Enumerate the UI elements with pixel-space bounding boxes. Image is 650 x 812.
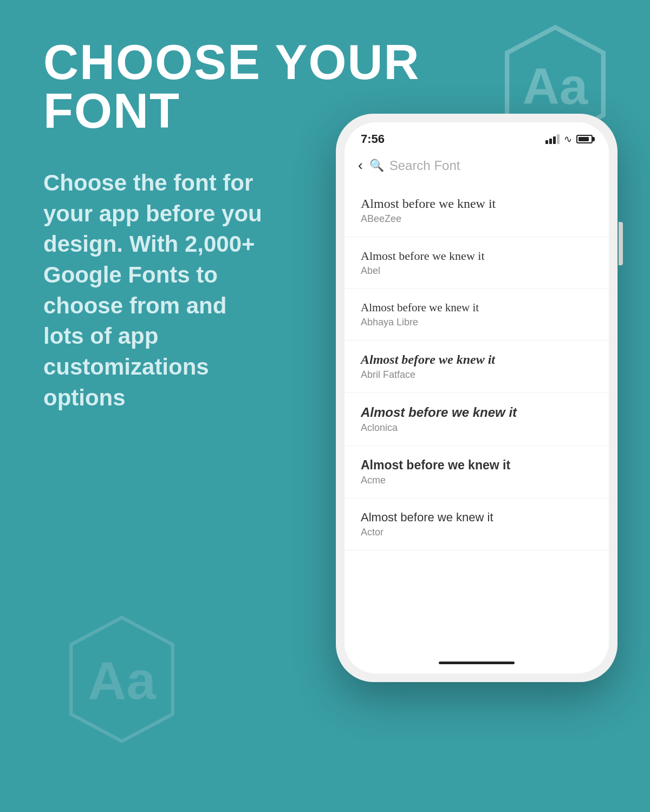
search-input-area[interactable]: 🔍 Search Font — [369, 158, 595, 173]
font-item-abril[interactable]: Almost before we knew it Abril Fatface — [344, 340, 609, 393]
font-preview-text: Almost before we knew it — [361, 249, 593, 263]
battery-icon — [576, 135, 593, 143]
font-preview-text: Almost before we knew it — [361, 352, 593, 367]
font-name-label: Abel — [361, 265, 593, 277]
wifi-icon: ∿ — [564, 133, 572, 145]
phone-side-button — [619, 222, 623, 265]
status-icons: ∿ — [545, 133, 593, 145]
font-item-aclonica[interactable]: Almost before we knew it Aclonica — [344, 393, 609, 446]
font-item-acme[interactable]: Almost before we knew it Acme — [344, 446, 609, 499]
svg-text:Aa: Aa — [523, 58, 588, 115]
phone-mockup: 7:56 ∿ ‹ — [336, 114, 618, 682]
font-item-abel[interactable]: Almost before we knew it Abel — [344, 237, 609, 289]
search-icon: 🔍 — [369, 159, 384, 173]
font-name-label: Actor — [361, 527, 593, 538]
signal-bars-icon — [545, 134, 560, 144]
home-bar — [439, 662, 515, 664]
font-item-actor[interactable]: Almost before we knew it Actor — [344, 499, 609, 551]
status-time: 7:56 — [361, 132, 385, 146]
font-preview-text: Almost before we knew it — [361, 510, 593, 525]
back-button[interactable]: ‹ — [358, 157, 363, 174]
font-name-label: Acme — [361, 475, 593, 486]
font-name-label: Abhaya Libre — [361, 317, 593, 328]
page-background: Aa CHOOSE YOUR FONT Choose the font for … — [0, 0, 650, 812]
phone-screen: 7:56 ∿ ‹ — [344, 122, 609, 673]
font-name-label: ABeeZee — [361, 213, 593, 225]
search-bar[interactable]: ‹ 🔍 Search Font — [344, 152, 609, 185]
font-item-abeezee[interactable]: Almost before we knew it ABeeZee — [344, 185, 609, 237]
hex-watermark-bottom-icon: Aa — [54, 612, 190, 747]
font-preview-text: Almost before we knew it — [361, 301, 593, 315]
font-name-label: Aclonica — [361, 422, 593, 434]
home-indicator — [344, 652, 609, 673]
font-preview-text: Almost before we knew it — [361, 458, 593, 473]
description-text: Choose the font for your app before you … — [43, 168, 271, 414]
search-input[interactable]: Search Font — [389, 158, 460, 173]
font-preview-text: Almost before we knew it — [361, 405, 593, 420]
heading-line1: CHOOSE YOUR — [43, 38, 420, 87]
phone-outer-shell: 7:56 ∿ ‹ — [336, 114, 618, 682]
status-bar: 7:56 ∿ — [344, 122, 609, 152]
font-item-abhaya[interactable]: Almost before we knew it Abhaya Libre — [344, 289, 609, 340]
svg-text:Aa: Aa — [88, 651, 157, 710]
font-name-label: Abril Fatface — [361, 369, 593, 381]
font-preview-text: Almost before we knew it — [361, 197, 593, 211]
font-list: Almost before we knew it ABeeZee Almost … — [344, 185, 609, 652]
